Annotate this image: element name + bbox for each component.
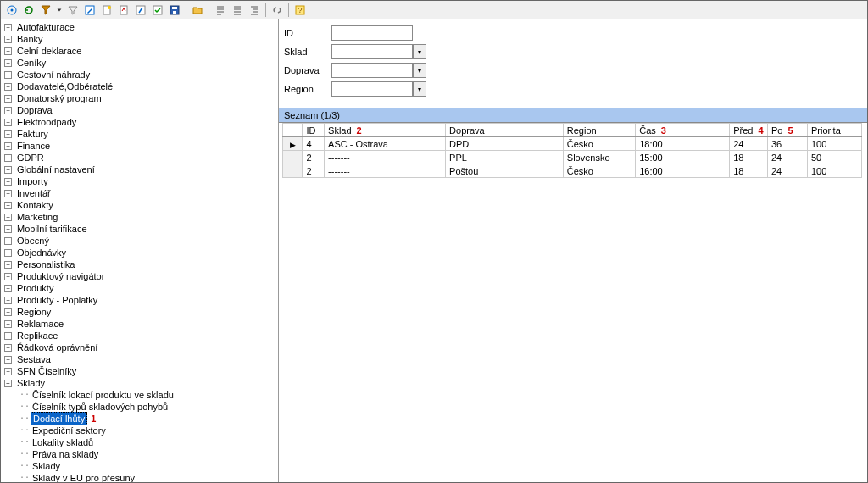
tree-label[interactable]: Autofakturace [15, 21, 76, 33]
apply-icon[interactable] [133, 3, 148, 18]
expand-icon[interactable]: + [4, 24, 12, 31]
table-row[interactable]: 2-------PPLSlovensko15:00182450 [283, 151, 862, 164]
cell-id[interactable]: 2 [303, 151, 325, 164]
expand-icon[interactable]: + [4, 214, 12, 221]
tree-item[interactable]: ··Sklady v EU pro přesuny [1, 472, 278, 483]
cell-sklad[interactable]: ASC - Ostrava [325, 137, 446, 151]
tree-label[interactable]: Marketing [15, 211, 59, 223]
expand-icon[interactable]: + [4, 261, 12, 269]
tree-label[interactable]: Číselník lokací produktu ve skladu [31, 389, 175, 401]
expand-icon[interactable]: + [4, 154, 12, 162]
collapse-icon[interactable]: − [4, 380, 12, 387]
revert-icon[interactable] [116, 3, 131, 18]
expand-icon[interactable]: + [4, 285, 12, 292]
tree-label[interactable]: Importy [15, 175, 50, 187]
cell-region[interactable]: Česko [563, 164, 635, 178]
tree-label[interactable]: Sklady [15, 377, 47, 389]
doprava-combo[interactable] [331, 63, 413, 78]
tree-label[interactable]: Sklady [31, 460, 62, 472]
tree-item[interactable]: +Dodavatelé,Odběratelé [1, 80, 278, 92]
tree-item[interactable]: +Globální nastavení [1, 164, 278, 175]
expand-icon[interactable]: + [4, 297, 12, 304]
tree-item[interactable]: +Autofakturace [1, 21, 278, 33]
tree-label[interactable]: Globální nastavení [15, 164, 97, 175]
col-sklad[interactable]: Sklad2 [325, 124, 446, 137]
tree-item[interactable]: ··Číselník lokací produktu ve skladu [1, 389, 278, 401]
expand-icon[interactable]: + [4, 356, 12, 364]
chevron-down-icon[interactable]: ▾ [413, 63, 426, 78]
tree-item[interactable]: +Celní deklarace [1, 45, 278, 57]
help-icon[interactable]: ? [292, 3, 308, 18]
tree-item[interactable]: ··Sklady [1, 460, 278, 472]
tree-item[interactable]: ··Lokality skladů [1, 436, 278, 448]
tree-label[interactable]: Kontakty [15, 199, 55, 211]
tree-item[interactable]: +Donatorský program [1, 92, 278, 104]
expand-icon[interactable]: + [4, 119, 12, 126]
tree-item[interactable]: +Finance [1, 140, 278, 152]
col-priorita[interactable]: Priorita [807, 124, 861, 137]
tree-label[interactable]: SFN Číselníky [15, 365, 78, 377]
expand-icon[interactable]: + [4, 368, 12, 375]
sklad-combo[interactable] [331, 44, 413, 59]
tree-label[interactable]: Replikace [15, 330, 59, 341]
tree-label[interactable]: Produkty [15, 282, 55, 294]
funnel-icon[interactable] [38, 3, 53, 18]
tree-label[interactable]: Elektroodpady [15, 116, 78, 128]
cell-pred[interactable]: 24 [730, 137, 768, 151]
expand-icon[interactable]: + [4, 107, 12, 114]
tree-label[interactable]: Dodací lhůty [31, 412, 87, 425]
tree-item[interactable]: +GDPR [1, 152, 278, 164]
tree-label[interactable]: Cestovní náhrady [15, 69, 92, 80]
tree-item[interactable]: +Replikace [1, 330, 278, 341]
cell-pri[interactable]: 100 [807, 137, 861, 151]
tree-item[interactable]: +SFN Číselníky [1, 365, 278, 377]
tree-item[interactable]: +Importy [1, 175, 278, 187]
tree-item[interactable]: +Cestovní náhrady [1, 69, 278, 80]
tree-label[interactable]: GDPR [15, 152, 46, 164]
expand-icon[interactable]: + [4, 225, 12, 233]
tree-item[interactable]: +Inventář [1, 187, 278, 199]
expand-icon[interactable]: + [4, 47, 12, 55]
tree-label[interactable]: Lokality skladů [31, 436, 95, 448]
target-icon[interactable] [4, 3, 19, 18]
tree-item[interactable]: +Regiony [1, 306, 278, 318]
tree-label[interactable]: Objednávky [15, 247, 68, 258]
tree-item[interactable]: +Kontakty [1, 199, 278, 211]
tree-item[interactable]: +Produktový navigátor [1, 270, 278, 282]
expand-icon[interactable]: + [4, 36, 12, 43]
cell-pri[interactable]: 100 [807, 164, 861, 178]
check-icon[interactable] [150, 3, 165, 18]
col-po[interactable]: Po5 [767, 124, 807, 137]
expand-icon[interactable]: + [4, 202, 12, 209]
cell-region[interactable]: Česko [563, 137, 635, 151]
tree-label[interactable]: Dodavatelé,Odběratelé [15, 80, 114, 92]
tree-label[interactable]: Doprava [15, 104, 54, 116]
link-icon[interactable] [270, 3, 285, 18]
tree-item[interactable]: +Banky [1, 33, 278, 45]
tree-item[interactable]: +Faktury [1, 128, 278, 140]
cell-id[interactable]: 2 [303, 164, 325, 178]
col-cas[interactable]: Čas3 [636, 124, 730, 137]
expand-icon[interactable]: + [4, 190, 12, 197]
tree-item[interactable]: +Produkty - Poplatky [1, 294, 278, 306]
tree-item[interactable]: +Řádková oprávnění [1, 341, 278, 353]
cell-doprava[interactable]: Poštou [446, 164, 564, 178]
cell-sklad[interactable]: ------- [325, 164, 446, 178]
tree-label[interactable]: Sklady v EU pro přesuny [31, 472, 136, 483]
tree-label[interactable]: Obecný [15, 235, 51, 247]
expand-icon[interactable]: + [4, 320, 12, 328]
tree-label[interactable]: Sestava [15, 353, 53, 365]
cell-doprava[interactable]: PPL [446, 151, 564, 164]
cell-id[interactable]: 4 [303, 137, 325, 151]
tree-item[interactable]: −Sklady [1, 377, 278, 389]
tree-item[interactable]: +Objednávky [1, 247, 278, 258]
new-icon[interactable] [99, 3, 114, 18]
tree-label[interactable]: Banky [15, 33, 45, 45]
expand-icon[interactable]: + [4, 130, 12, 138]
refresh-icon[interactable] [21, 3, 36, 18]
dropdown-icon[interactable] [55, 3, 64, 18]
tree-item[interactable]: ··Dodací lhůty1 [1, 413, 278, 425]
cell-po[interactable]: 24 [767, 151, 807, 164]
indent-icon[interactable] [247, 3, 262, 18]
edit-icon[interactable] [82, 3, 97, 18]
